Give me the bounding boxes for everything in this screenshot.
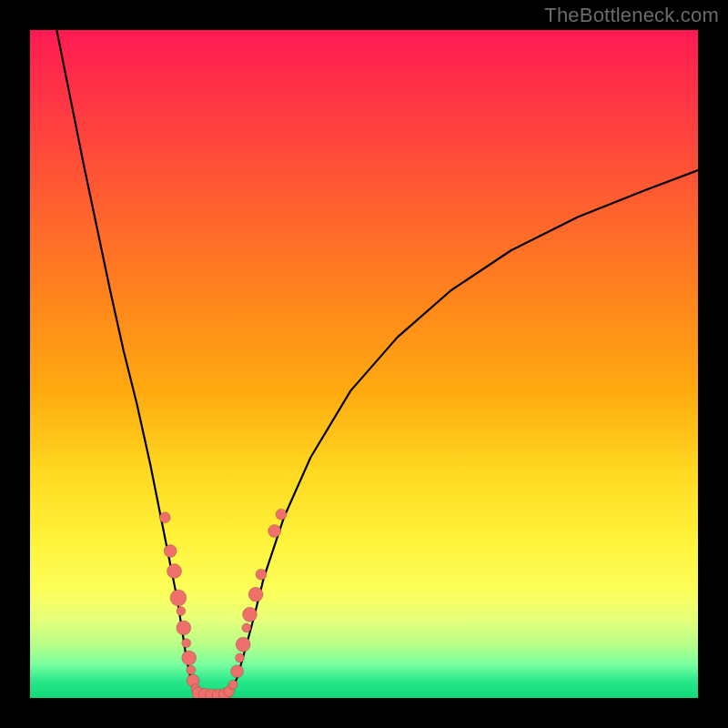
outer-frame: TheBottleneck.com [0,0,728,728]
data-point [228,680,238,689]
watermark-text: TheBottleneck.com [544,4,719,27]
data-point [248,587,263,602]
curve-paths [56,30,698,698]
data-point [236,637,250,652]
data-point [256,569,267,580]
data-point [177,621,191,635]
data-point [177,607,186,616]
bottleneck-curve [30,30,698,698]
plot-area [30,30,698,698]
data-point [164,545,177,558]
data-point [242,607,257,622]
data-point [231,665,244,678]
data-point [159,512,170,523]
highlighted-points [159,509,287,698]
data-point [187,665,196,674]
data-point [268,525,281,538]
data-point [182,639,191,648]
data-point [167,564,182,579]
data-point [276,509,287,520]
data-point [170,590,187,606]
data-point [242,623,251,632]
data-point [235,653,244,662]
data-point [182,651,197,665]
